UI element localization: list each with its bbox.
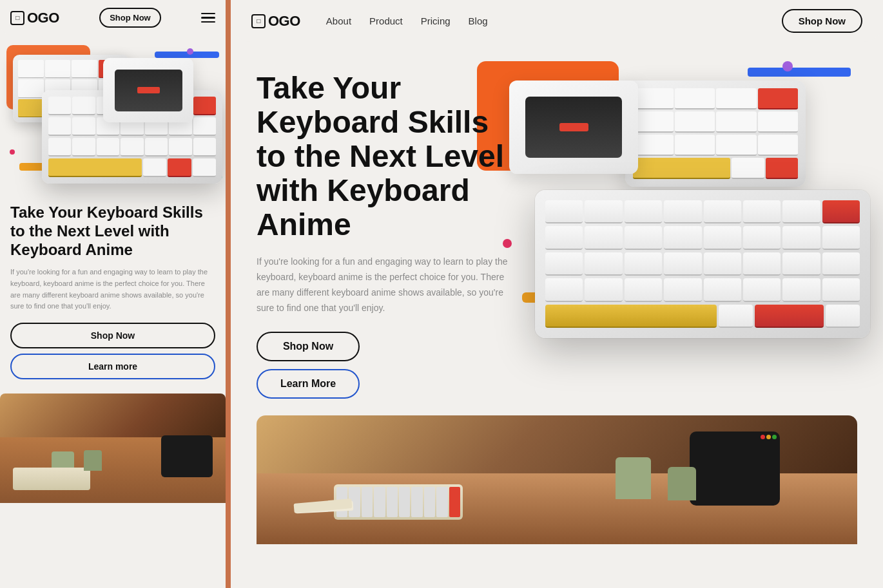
desktop-hero-image: [527, 42, 857, 403]
mobile-hero-content: Take Your Keyboard Skills to the Next Le…: [0, 193, 226, 394]
desktop-learn-more-button[interactable]: Learn More: [257, 369, 360, 399]
desktop-body-text: If you're looking for a fun and engaging…: [257, 254, 514, 316]
desktop-panel: □ OGO About Product Pricing Blog Shop No…: [231, 0, 883, 588]
desktop-hero-text: Take Your Keyboard Skills to the Next Le…: [257, 46, 527, 398]
desktop-desk-scene: [257, 415, 857, 544]
desktop-shop-now-button[interactable]: Shop Now: [257, 332, 360, 361]
desktop-nav-links: About Product Pricing Blog: [326, 15, 782, 26]
mobile-screen: □ OGO Shop Now: [0, 0, 226, 588]
desktop-button-group: Shop Now Learn More: [257, 332, 514, 399]
mobile-desk-scene: [0, 394, 226, 503]
mobile-navbar: □ OGO Shop Now: [0, 0, 226, 35]
mobile-hero-image: [0, 39, 226, 193]
mobile-headline: Take Your Keyboard Skills to the Next Le…: [10, 204, 215, 259]
desktop-logo: □ OGO: [251, 13, 300, 30]
logo-icon: □: [10, 11, 24, 25]
desktop-hero-section: Take Your Keyboard Skills to the Next Le…: [231, 42, 883, 415]
hamburger-menu-button[interactable]: [201, 13, 215, 23]
desktop-nav-shop-now-button[interactable]: Shop Now: [782, 9, 862, 33]
nav-link-product[interactable]: Product: [369, 15, 403, 26]
mobile-learn-more-button[interactable]: Learn more: [10, 354, 215, 379]
mobile-body-text: If you're looking for a fun and engaging…: [10, 267, 215, 312]
logo-text: OGO: [27, 10, 59, 26]
keyboard-scene: [471, 42, 870, 403]
panel-divider: [226, 0, 231, 588]
mobile-shop-now-button[interactable]: Shop Now: [99, 8, 161, 28]
nav-link-pricing[interactable]: Pricing: [421, 15, 451, 26]
desktop-logo-text: OGO: [268, 13, 300, 30]
nav-link-blog[interactable]: Blog: [469, 15, 488, 26]
mobile-shop-now-cta-button[interactable]: Shop Now: [10, 323, 215, 348]
mobile-button-group: Shop Now Learn more: [10, 323, 215, 379]
desktop-logo-icon: □: [251, 14, 266, 28]
desktop-headline: Take Your Keyboard Skills to the Next Le…: [257, 71, 514, 242]
mobile-panel: □ OGO Shop Now: [0, 0, 226, 588]
mobile-logo: □ OGO: [10, 10, 59, 26]
nav-link-about[interactable]: About: [326, 15, 351, 26]
desktop-navbar: □ OGO About Product Pricing Blog Shop No…: [231, 0, 883, 42]
